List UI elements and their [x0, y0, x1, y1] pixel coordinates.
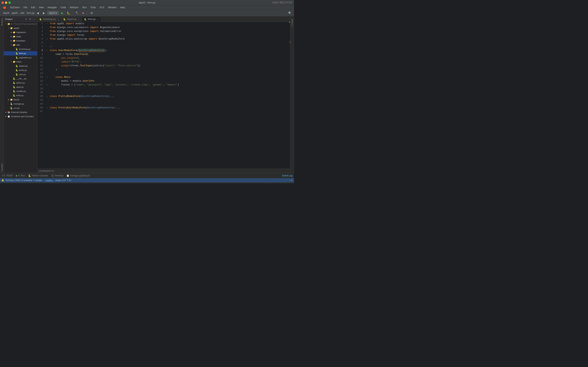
tab-close-depart[interactable]: ✕: [78, 18, 80, 20]
tree-label-day16-inner: day16: [14, 99, 19, 101]
close-button[interactable]: [1, 1, 4, 4]
dock-tab-favorites[interactable]: Favorites: [0, 162, 4, 173]
tool-run[interactable]: ▶ 4: Run: [16, 174, 25, 177]
fold-17[interactable]: ▾: [46, 84, 49, 86]
code-editor[interactable]: from app01 import models from django.cor…: [49, 22, 288, 169]
menu-tools[interactable]: Tools: [89, 6, 97, 9]
fold-1[interactable]: ▾: [46, 23, 49, 25]
tree-item-models-py[interactable]: 🐍 models.py: [4, 89, 37, 93]
fold-20[interactable]: ▾: [46, 95, 49, 98]
tab-bootstrap[interactable]: 🐍 bootstrap.py ✕: [37, 17, 61, 22]
menu-help[interactable]: Help: [119, 6, 127, 9]
breadcrumb-utils[interactable]: utils: [20, 12, 24, 14]
menu-file[interactable]: File: [22, 6, 29, 9]
fold-45[interactable]: ▾: [46, 107, 49, 109]
breadcrumb-form[interactable]: form.py: [26, 12, 34, 14]
build-button[interactable]: 🔨: [74, 10, 80, 16]
status-indent[interactable]: 4 spaces: [272, 184, 280, 184]
search-everywhere-button[interactable]: 🔍: [287, 10, 293, 16]
fold-5[interactable]: ▾: [46, 38, 49, 40]
tree-item-day16-inner[interactable]: ▶ 📁 day16: [4, 98, 37, 102]
tool-todo[interactable]: ≡ 6: TODO: [1, 174, 13, 177]
fold-8[interactable]: ▾: [46, 49, 49, 52]
apple-menu[interactable]: 🍎: [1, 6, 8, 9]
fold-15[interactable]: ▾: [46, 76, 49, 78]
tree-item-day16[interactable]: ▾ 📁 day16 ~/PycharmProjects/gx/day16: [4, 22, 37, 26]
tree-item-init-py[interactable]: 🐍 __init__.py: [4, 76, 37, 81]
code-line-12: widget=forms.TextInput(attrs={"class": "…: [50, 64, 288, 68]
dock-tab-structure[interactable]: Structure: [0, 17, 4, 27]
update-link[interactable]: Update...: [45, 179, 54, 181]
structure-tab[interactable]: 2: Project: [290, 17, 294, 28]
run-button[interactable]: ▶: [60, 10, 65, 16]
tree-item-xxx-py[interactable]: 🐍 xxx.py: [4, 106, 37, 110]
tab-depart[interactable]: 🐍 depart.py ✕: [61, 17, 82, 22]
tree-label-external: External Libraries: [11, 111, 27, 113]
menu-pycharm[interactable]: PyCharm: [9, 6, 21, 9]
stop-button[interactable]: ■: [80, 10, 86, 16]
tree-item-app01[interactable]: ▾ 📁 app01: [4, 26, 37, 30]
tree-item-form-py[interactable]: 🐍 form.py: [4, 51, 37, 55]
tree-item-depart-py[interactable]: 🐍 depart.py: [4, 64, 37, 68]
tool-python-console[interactable]: 🐍 Python Console: [28, 174, 48, 177]
tool-event-log[interactable]: Event Log: [282, 174, 293, 177]
settings-button[interactable]: ⚙: [89, 10, 94, 16]
editor-container: 🐍 bootstrap.py ✕ 🐍 depart.py ✕ 🐍 form.py…: [37, 17, 290, 173]
status-python[interactable]: Python 3.9: [282, 184, 293, 184]
notification-close[interactable]: ✕: [291, 179, 293, 182]
forward-button[interactable]: ▶: [41, 10, 46, 16]
tree-item-tests-py[interactable]: 🐍 tests.py: [4, 93, 37, 98]
tree-item-external-libs[interactable]: ▶ 📚 External Libraries: [4, 110, 37, 114]
menu-window[interactable]: Window: [107, 6, 118, 9]
status-cursor[interactable]: 8:33: [247, 184, 251, 184]
code-line-67: [50, 110, 288, 114]
minimize-button[interactable]: [5, 1, 7, 4]
back-button[interactable]: ◀: [35, 10, 40, 16]
tree-item-pretty-py[interactable]: 🐍 pretty.py: [4, 68, 37, 72]
editor-area[interactable]: 1 2 3 4 5 6 7 8 9 10 11 12 13 14 15 16 1…: [37, 22, 290, 169]
tree-item-migrations[interactable]: ▶ 📁 migrations: [4, 30, 37, 34]
menu-vcs[interactable]: VCS: [98, 6, 106, 9]
tree-item-scratches[interactable]: ▶ 📋 Scratches and Consoles: [4, 114, 37, 118]
code-line-13: ): [50, 68, 288, 72]
menu-navigate[interactable]: Navigate: [46, 6, 58, 9]
project-tree: Project ⟳ ⚙ — ▾ 📁 day16 ~/PycharmProject…: [4, 17, 37, 173]
tab-close-form[interactable]: ✕: [97, 18, 99, 20]
code-line-4: from django import forms: [50, 33, 288, 37]
tab-close-bootstrap[interactable]: ✕: [57, 18, 59, 20]
breadcrumb-app01[interactable]: app01: [12, 12, 18, 14]
collapse-icon[interactable]: —: [32, 17, 36, 21]
structure-bar: 2: Project: [290, 17, 294, 173]
tree-item-bootstrap-py[interactable]: 🐍 bootstrap.py: [4, 47, 37, 51]
status-chars[interactable]: 18 chars: [237, 184, 245, 184]
tree-label-templates: templates: [16, 40, 26, 42]
menu-edit[interactable]: Edit: [29, 6, 36, 9]
tree-label-bootstrap: bootstrap.py: [19, 48, 31, 50]
tree-item-manage-py[interactable]: 🐍 manage.py: [4, 102, 37, 106]
tree-item-apps-py[interactable]: 🐍 apps.py: [4, 85, 37, 89]
run-configuration[interactable]: day16 ▾: [47, 11, 59, 15]
sync-icon[interactable]: ⟳: [25, 17, 28, 21]
tree-item-admin-py[interactable]: 🐍 admin.py: [4, 81, 37, 85]
tree-item-static[interactable]: ▶ 📁 static: [4, 34, 37, 39]
tree-item-pagination-py[interactable]: 🐍 pagination.py: [4, 55, 37, 60]
code-line-44: [50, 102, 288, 106]
maximize-button[interactable]: [9, 1, 11, 4]
tool-manage[interactable]: 📋 manage.py@day16: [66, 174, 90, 177]
debug-button[interactable]: 🐛: [66, 10, 71, 16]
status-encoding[interactable]: UTF-8: [258, 184, 264, 184]
tree-item-user-py[interactable]: 🐍 user.py: [4, 72, 37, 76]
tree-item-views[interactable]: ▾ 📁 views: [4, 60, 37, 64]
tool-terminal[interactable]: ⬛ Terminal: [51, 174, 63, 177]
tab-form[interactable]: 🐍 form.py ✕: [82, 17, 101, 22]
status-lf[interactable]: LF: [254, 184, 256, 184]
menu-view[interactable]: View: [37, 6, 45, 9]
tree-item-templates[interactable]: ▶ 📁 templates: [4, 39, 37, 43]
menu-code[interactable]: Code: [59, 6, 68, 9]
settings-icon[interactable]: ⚙: [28, 17, 32, 21]
menu-run[interactable]: Run: [81, 6, 88, 9]
breadcrumb-day16[interactable]: day16: [3, 12, 9, 14]
tree-item-utils[interactable]: ▾ 📁 utils: [4, 43, 37, 47]
git-branch[interactable]: ⎇ main: [1, 183, 9, 184]
menu-refactor[interactable]: Refactor: [68, 6, 80, 9]
